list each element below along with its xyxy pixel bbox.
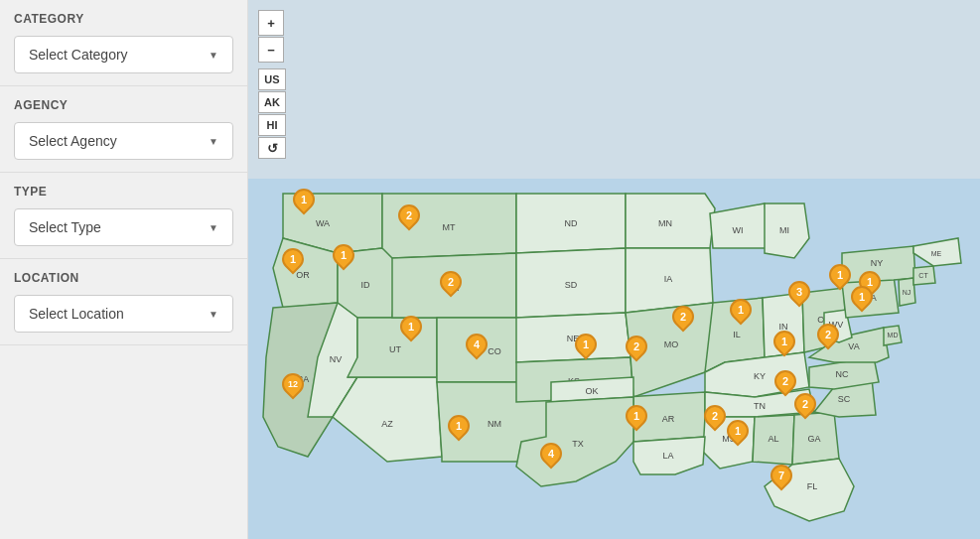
svg-text:AZ: AZ: [381, 419, 393, 429]
svg-text:ID: ID: [361, 280, 371, 290]
pin-wa[interactable]: 1: [293, 189, 315, 210]
svg-text:TN: TN: [754, 401, 766, 411]
pin-nm[interactable]: 1: [448, 415, 470, 437]
category-section: CATEGORY Select Category ▼: [0, 0, 247, 86]
agency-dropdown-label: Select Agency: [29, 133, 117, 149]
svg-text:IL: IL: [733, 330, 741, 339]
pin-ks[interactable]: 1: [575, 334, 597, 355]
location-dropdown[interactable]: Select Location ▼: [14, 295, 233, 333]
type-label: TYPE: [14, 185, 233, 199]
pin-count-wa: 1: [301, 194, 307, 205]
svg-text:NC: NC: [836, 369, 849, 379]
pin-count-co: 4: [474, 338, 480, 350]
pin-count-tx: 4: [548, 448, 554, 460]
svg-text:IA: IA: [664, 274, 673, 284]
pin-count-ar: 1: [633, 410, 639, 422]
location-label: LOCATION: [14, 271, 233, 285]
reset-view-button[interactable]: ↺: [258, 137, 286, 159]
svg-rect-1: [248, 0, 980, 179]
pin-ca[interactable]: 12: [282, 373, 304, 395]
location-dropdown-arrow: ▼: [209, 309, 218, 320]
map-area[interactable]: WA OR CA ID MT NV AZ UT WY CO NM ND: [248, 0, 980, 539]
svg-text:CT: CT: [918, 272, 928, 279]
svg-text:ND: ND: [565, 218, 578, 228]
pin-or[interactable]: 1: [282, 248, 304, 270]
svg-text:VA: VA: [848, 341, 859, 351]
svg-text:LA: LA: [662, 451, 673, 461]
agency-dropdown-arrow: ▼: [209, 136, 218, 147]
pin-al[interactable]: 2: [704, 405, 726, 427]
pin-oh[interactable]: 1: [730, 299, 752, 321]
svg-text:UT: UT: [389, 344, 401, 354]
pin-count-nm: 1: [456, 420, 462, 432]
svg-text:MN: MN: [658, 218, 672, 228]
type-dropdown-arrow: ▼: [209, 222, 218, 233]
pin-wy[interactable]: 2: [440, 271, 462, 293]
svg-text:CO: CO: [488, 346, 501, 356]
zoom-out-button[interactable]: −: [258, 37, 284, 63]
svg-text:MI: MI: [779, 225, 789, 235]
svg-text:SD: SD: [565, 280, 578, 290]
pin-count-md: 2: [825, 329, 831, 340]
svg-text:GA: GA: [807, 434, 820, 444]
svg-text:TX: TX: [572, 439, 584, 449]
category-label: CATEGORY: [14, 12, 233, 26]
svg-text:KY: KY: [754, 371, 766, 381]
pin-tx[interactable]: 4: [540, 443, 562, 465]
svg-text:WA: WA: [316, 218, 330, 228]
pin-mt[interactable]: 2: [398, 204, 420, 226]
type-dropdown[interactable]: Select Type ▼: [14, 208, 233, 246]
pin-count-va: 1: [781, 336, 787, 347]
pin-count-nj: 1: [859, 291, 865, 303]
svg-text:NV: NV: [330, 354, 343, 364]
location-dropdown-label: Select Location: [29, 306, 124, 322]
pin-count-pa: 3: [796, 286, 802, 298]
svg-text:OK: OK: [585, 386, 598, 396]
pin-il[interactable]: 2: [672, 306, 694, 328]
pin-ny[interactable]: 1: [829, 264, 851, 286]
pin-count-or: 1: [290, 253, 296, 265]
svg-text:MT: MT: [443, 222, 456, 232]
type-section: TYPE Select Type ▼: [0, 173, 247, 259]
pin-count-al: 2: [712, 410, 718, 422]
pin-count-wy: 2: [448, 276, 454, 288]
pin-ar[interactable]: 1: [626, 405, 647, 427]
svg-text:MD: MD: [888, 332, 899, 338]
pin-sc[interactable]: 2: [794, 393, 816, 415]
pin-count-mo: 2: [633, 340, 639, 352]
type-dropdown-label: Select Type: [29, 219, 101, 235]
pin-count-ny: 1: [837, 269, 843, 281]
pin-fl[interactable]: 7: [770, 465, 792, 486]
pin-count-ut: 1: [408, 321, 414, 333]
svg-text:MO: MO: [664, 339, 679, 349]
category-dropdown-arrow: ▼: [209, 50, 218, 61]
svg-text:NY: NY: [871, 258, 884, 268]
agency-dropdown[interactable]: Select Agency ▼: [14, 122, 233, 160]
pin-nc[interactable]: 2: [774, 370, 796, 392]
pin-count-id: 1: [341, 249, 347, 261]
pin-pa[interactable]: 3: [788, 281, 810, 303]
svg-text:NJ: NJ: [903, 289, 911, 296]
sidebar: CATEGORY Select Category ▼ AGENCY Select…: [0, 0, 248, 539]
pin-ga[interactable]: 1: [727, 420, 749, 442]
svg-text:WI: WI: [733, 225, 744, 235]
us-view-button[interactable]: US: [258, 68, 286, 90]
pin-ut[interactable]: 1: [400, 316, 422, 337]
hi-view-button[interactable]: HI: [258, 114, 286, 136]
pin-va[interactable]: 1: [773, 331, 795, 352]
category-dropdown[interactable]: Select Category ▼: [14, 36, 233, 73]
ak-view-button[interactable]: AK: [258, 91, 286, 113]
pin-mo[interactable]: 2: [626, 336, 647, 357]
pin-count-il: 2: [680, 311, 686, 323]
pin-id[interactable]: 1: [333, 244, 354, 266]
pin-nj[interactable]: 1: [851, 286, 873, 308]
agency-section: AGENCY Select Agency ▼: [0, 86, 247, 173]
zoom-in-button[interactable]: +: [258, 10, 284, 36]
us-map-svg: WA OR CA ID MT NV AZ UT WY CO NM ND: [248, 0, 980, 539]
map-controls: + − US AK HI ↺: [258, 10, 286, 159]
svg-text:OR: OR: [296, 270, 310, 280]
pin-md[interactable]: 2: [817, 324, 839, 345]
pin-count-ks: 1: [583, 338, 589, 350]
category-dropdown-label: Select Category: [29, 47, 128, 63]
pin-co[interactable]: 4: [466, 334, 488, 355]
